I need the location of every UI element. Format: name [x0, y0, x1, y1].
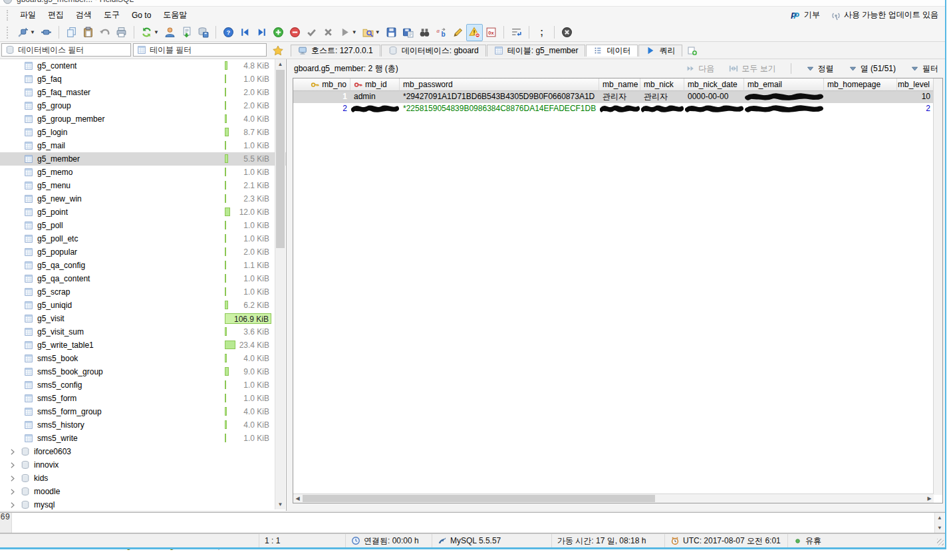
column-header-mb_level[interactable]: mb_level	[897, 78, 934, 91]
sql-log-panel[interactable]: 69 SHOW CREATE TABLE `gboard`.`g5_member…	[0, 512, 945, 533]
grid-vertical-scrollbar[interactable]	[933, 78, 942, 495]
title-bar[interactable]: gboard.g5_member... - HeidiSQL	[0, 0, 945, 6]
scroll-up-arrow[interactable]: ▲	[935, 513, 944, 523]
menu-item[interactable]: Go to	[126, 8, 157, 23]
donate-button[interactable]: PP 기부	[791, 9, 820, 21]
toolbar-button-hex[interactable]: 0x ▼	[483, 24, 499, 41]
scroll-down-arrow[interactable]: ▼	[935, 523, 944, 533]
grid-cell-mb_name[interactable]: 관리자	[599, 91, 640, 103]
toolbar-button-cylinder[interactable]: 데이터베이스: gboard	[381, 45, 486, 57]
table-row[interactable]: g5_login 8.7 KiB	[0, 126, 286, 139]
column-header-mb_homepage[interactable]: mb_homepage	[824, 78, 897, 91]
table-row[interactable]: sms5_config 1.0 KiB	[0, 378, 286, 392]
toolbar-button-nav-last[interactable]: ▼	[253, 24, 270, 41]
table-filter-input[interactable]: 테이블 필터	[133, 43, 267, 57]
grid-cell-mb_password[interactable]: *2258159054839B0986384C8876DA14EFADECF1D…	[400, 103, 599, 115]
toolbar-button-plug[interactable]: ▼	[15, 24, 38, 41]
menu-item[interactable]: 검색	[70, 7, 98, 23]
dropdown-caret-icon[interactable]: ▼	[352, 30, 357, 35]
column-header-mb_nick[interactable]: mb_nick	[640, 78, 684, 91]
grid-cell-mb_password[interactable]: *29427091A1D71BD6B543B4305D9B0F0660873A1…	[400, 91, 599, 103]
grid-cell-mb_nick_date[interactable]	[684, 103, 744, 115]
toolbar-button-paste[interactable]: ▼	[80, 24, 96, 41]
toolbar-button-nav-first[interactable]: ▼	[237, 24, 253, 41]
table-row[interactable]: g5_visit 106.9 KiB	[0, 312, 286, 325]
column-header-mb_no[interactable]: mb_no	[293, 78, 350, 91]
toolbar-button-refresh[interactable]: ▼	[138, 24, 162, 41]
table-row[interactable]: g5_poll_etc 1.0 KiB	[0, 232, 286, 245]
toolbar-button-undo[interactable]: ▼	[96, 24, 113, 41]
table-row[interactable]: g5_new_win 2.3 KiB	[0, 192, 286, 206]
table-row[interactable]: g5_visit_sum 3.6 KiB	[0, 325, 286, 339]
table-row[interactable]: sms5_form_group 4.0 KiB	[0, 405, 286, 418]
table-row[interactable]: g5_group 2.0 KiB	[0, 99, 286, 112]
toolbar-button-replace[interactable]: ab ▼	[433, 24, 450, 41]
grid-cell-mb_name[interactable]	[599, 103, 640, 115]
scroll-right-arrow[interactable]: ▶	[925, 494, 934, 502]
column-header-mb_email[interactable]: mb_email	[744, 78, 824, 91]
toolbar-button-disk[interactable]: ▼	[195, 24, 211, 41]
toolbar-button-apply[interactable]: ▼	[303, 24, 320, 41]
toolbar-button-warning[interactable]: ▼	[466, 24, 483, 41]
next-rows-button[interactable]: 다음	[686, 63, 714, 74]
column-header-mb_id[interactable]: mb_id	[350, 78, 400, 91]
table-row[interactable]: sms5_book_group 9.0 KiB	[0, 365, 286, 378]
new-query-tab-button[interactable]	[683, 42, 702, 59]
toolbar-button-print[interactable]: ▼	[113, 24, 130, 41]
dropdown-caret-icon[interactable]: ▼	[375, 30, 380, 35]
table-row[interactable]: sms5_write 1.0 KiB	[0, 432, 286, 445]
table-row[interactable]: g5_member 5.5 KiB	[0, 152, 286, 166]
column-header-mb_name[interactable]: mb_name	[599, 78, 640, 91]
toolbar-button-copy[interactable]: ▼	[63, 24, 80, 41]
table-row[interactable]: sms5_form 1.0 KiB	[0, 392, 286, 405]
grid-cell-mb_level[interactable]: 10	[897, 91, 934, 103]
toolbar-button-plug-off[interactable]: ▼	[38, 24, 55, 41]
toolbar-button-play[interactable]: ▼	[337, 24, 360, 41]
toolbar-button-export[interactable]: ▼	[178, 24, 195, 41]
database-row[interactable]: moodle	[0, 485, 286, 498]
sql-scrollbar[interactable]: ▲ ▼	[934, 513, 944, 533]
toolbar-button-row-add[interactable]: ▼	[270, 24, 287, 41]
menu-item[interactable]: 도구	[98, 7, 126, 23]
grid-cell-mb_homepage[interactable]	[824, 91, 897, 103]
show-all-rows-button[interactable]: 모두 보기	[729, 63, 775, 74]
chevron-right-icon[interactable]	[8, 448, 17, 456]
database-filter-input[interactable]: 데이터베이스 필터	[1, 43, 131, 57]
table-row[interactable]: g5_faq_master 2.0 KiB	[0, 86, 286, 99]
table-row[interactable]: g5_qa_content 1.0 KiB	[0, 272, 286, 285]
scroll-up-arrow[interactable]: ▲	[275, 59, 285, 69]
sidebar-scrollbar[interactable]: ▲ ▼	[275, 59, 285, 509]
toolbar-button-find-folder[interactable]: ▼	[360, 24, 383, 41]
toolbar-button-wrap[interactable]: ▼	[508, 24, 525, 41]
grid-cell-mb_id[interactable]	[350, 103, 400, 115]
menu-item[interactable]: 편집	[42, 7, 70, 23]
table-row[interactable]: g5_content 4.8 KiB	[0, 59, 286, 72]
sort-button[interactable]: 정렬	[806, 63, 834, 74]
chevron-right-icon[interactable]	[8, 488, 17, 496]
grid-cell-mb_no[interactable]: 2	[293, 103, 350, 115]
database-row[interactable]: mysql	[0, 498, 286, 511]
toolbar-button-discard[interactable]: ▼	[320, 24, 337, 41]
table-row[interactable]: g5_point 12.0 KiB	[0, 206, 286, 219]
dropdown-caret-icon[interactable]: ▼	[30, 30, 35, 35]
grid-cell-mb_email[interactable]	[744, 91, 824, 103]
chevron-right-icon[interactable]	[8, 474, 17, 483]
toolbar-button-save-as[interactable]: ▼	[400, 24, 416, 41]
table-row[interactable]: g5_poll 1.0 KiB	[0, 219, 286, 232]
grid-cell-mb_level[interactable]: 2	[897, 103, 934, 115]
toolbar-button-table-grid[interactable]: 테이블: g5_member	[487, 45, 586, 57]
resize-grip[interactable]	[937, 539, 944, 545]
column-header-mb_nick_date[interactable]: mb_nick_date	[684, 78, 744, 91]
toolbar-button-row-del[interactable]: ▼	[287, 24, 303, 41]
table-row[interactable]: g5_qa_config 1.1 KiB	[0, 259, 286, 272]
chevron-right-icon[interactable]	[8, 501, 17, 509]
toolbar-button-user[interactable]: ▼	[162, 24, 178, 41]
dropdown-caret-icon[interactable]: ▼	[154, 30, 159, 35]
columns-button[interactable]: 열 (51/51)	[849, 63, 896, 74]
grid-cell-mb_no[interactable]: 1	[293, 91, 350, 103]
scrollbar-thumb[interactable]	[276, 70, 285, 248]
toolbar-button-play-blue[interactable]: 쿼리	[638, 45, 682, 57]
grid-cell-mb_email[interactable]	[744, 103, 824, 115]
toolbar-button-save[interactable]: ▼	[383, 24, 400, 41]
menu-item[interactable]: 파일	[14, 7, 42, 23]
